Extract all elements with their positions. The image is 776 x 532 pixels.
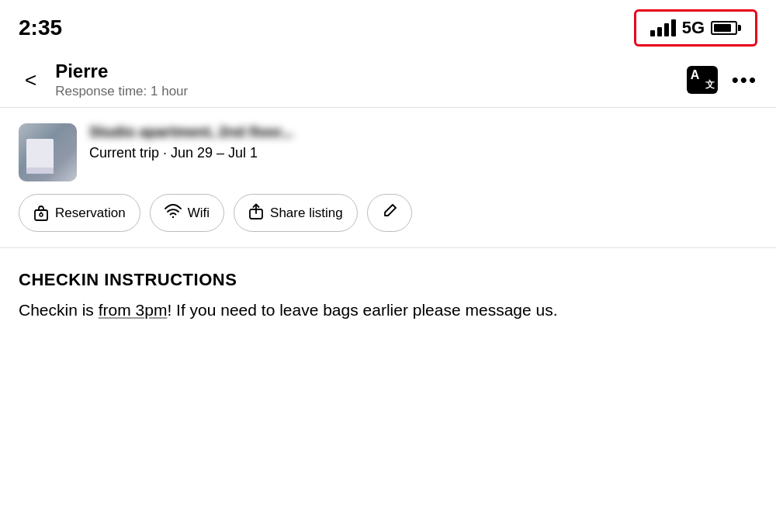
wifi-button[interactable]: Wifi (150, 194, 224, 232)
share-listing-label: Share listing (270, 206, 343, 221)
battery-tip (738, 25, 741, 31)
signal-bar-2 (657, 27, 662, 36)
svg-point-3 (172, 216, 174, 218)
share-icon (248, 202, 264, 223)
body-part2: ! If you need to leave bags earlier plea… (167, 301, 557, 319)
listing-title[interactable]: Studio apartment, 2nd floor... (89, 123, 757, 140)
body-part1: Checkin is (19, 301, 99, 319)
reservation-label: Reservation (55, 206, 126, 221)
status-bar: 2:35 5G (0, 0, 776, 53)
back-button[interactable]: < (19, 65, 43, 95)
status-right: 5G (634, 9, 757, 47)
listing-card: Studio apartment, 2nd floor... Current t… (0, 108, 776, 194)
network-type: 5G (682, 18, 705, 38)
wifi-label: Wifi (188, 206, 210, 221)
signal-icon (650, 19, 676, 36)
action-buttons: Reservation Wifi Share listing (0, 194, 776, 247)
status-time: 2:35 (19, 16, 62, 40)
signal-bar-4 (671, 19, 676, 36)
header-info: Pierre Response time: 1 hour (55, 60, 674, 99)
listing-dates: Current trip · Jun 29 – Jul 1 (89, 145, 757, 161)
battery-body (711, 21, 737, 35)
battery-icon (711, 21, 741, 35)
header: < Pierre Response time: 1 hour A 文 ••• (0, 53, 776, 107)
battery-fill (714, 24, 731, 32)
listing-thumbnail (19, 123, 77, 181)
listing-info: Studio apartment, 2nd floor... Current t… (89, 123, 757, 161)
edit-icon (382, 203, 397, 223)
translate-icon-zh: 文 (705, 78, 715, 92)
edit-button[interactable] (367, 194, 412, 232)
translate-button[interactable]: A 文 (687, 66, 718, 94)
more-button[interactable]: ••• (732, 68, 757, 92)
svg-rect-0 (35, 210, 47, 220)
translate-icon-a: A (691, 68, 700, 82)
body-highlight: from 3pm (99, 301, 168, 319)
signal-bar-1 (650, 30, 655, 36)
response-time: Response time: 1 hour (55, 84, 674, 99)
signal-bar-3 (664, 23, 669, 36)
message-content: CHECKIN INSTRUCTIONS Checkin is from 3pm… (0, 248, 776, 345)
share-listing-button[interactable]: Share listing (234, 194, 358, 232)
header-actions: A 文 ••• (687, 66, 757, 94)
checkin-heading: CHECKIN INSTRUCTIONS (19, 270, 757, 290)
listing-image (19, 123, 77, 181)
contact-name: Pierre (55, 60, 674, 82)
checkin-body: Checkin is from 3pm! If you need to leav… (19, 298, 757, 323)
bag-icon (33, 205, 49, 222)
wifi-icon (165, 204, 182, 222)
svg-point-1 (40, 213, 43, 216)
reservation-button[interactable]: Reservation (19, 194, 140, 232)
